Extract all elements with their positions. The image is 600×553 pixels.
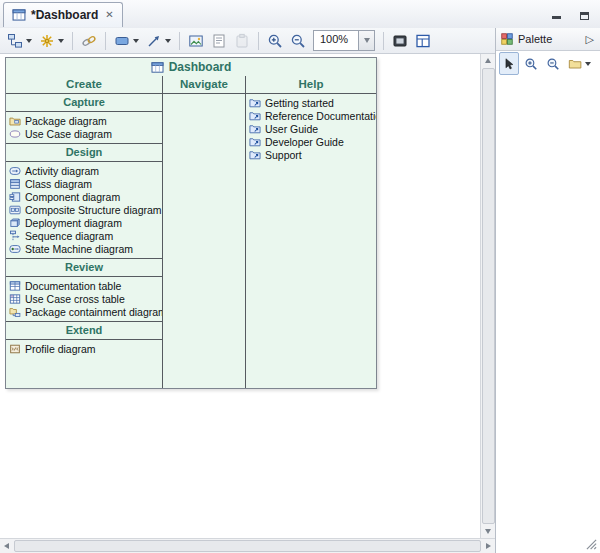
column-header-navigate: Navigate	[163, 76, 245, 94]
documentation-table-icon	[9, 280, 21, 292]
link-button[interactable]	[78, 30, 100, 52]
dashboard-item[interactable]: Deployment diagram	[6, 216, 162, 229]
dashboard-item[interactable]: Sequence diagram	[6, 229, 162, 242]
scroll-down-button[interactable]	[482, 525, 495, 538]
link-icon	[81, 33, 97, 49]
diagram-canvas[interactable]: Dashboard CreateCapturePackage diagramUs…	[0, 54, 480, 538]
insert-image-button[interactable]	[185, 30, 207, 52]
dashboard-item-label: Component diagram	[25, 191, 120, 203]
maximize-button[interactable]	[576, 6, 592, 22]
new-element-button[interactable]	[36, 30, 67, 52]
use-case-diagram-icon	[9, 128, 21, 140]
scroll-right-button[interactable]	[482, 540, 495, 553]
dashboard-panel-title: Dashboard	[6, 58, 376, 76]
add-note-button[interactable]	[208, 30, 230, 52]
toolbar-separator	[383, 32, 384, 50]
dashboard-section: ExtendProfile diagram	[6, 321, 162, 358]
dashboard-title-label: Dashboard	[169, 60, 232, 74]
deployment-diagram-icon	[9, 217, 21, 229]
palette-header[interactable]: Palette ▷	[496, 28, 600, 51]
zoom-combo-arrow-button[interactable]	[358, 31, 374, 50]
vertical-scroll-thumb[interactable]	[482, 68, 495, 524]
minimize-button[interactable]	[548, 6, 564, 22]
dashboard-item[interactable]: Developer Guide	[246, 135, 376, 148]
shape-style-button[interactable]	[111, 30, 142, 52]
palette-panel: Palette ▷	[495, 28, 600, 553]
vertical-scrollbar[interactable]	[480, 54, 495, 538]
note-icon	[211, 33, 227, 49]
dashboard-item[interactable]: Getting started	[246, 96, 376, 109]
new-element-icon	[39, 33, 55, 49]
horizontal-scroll-thumb[interactable]	[14, 540, 481, 552]
scroll-up-button[interactable]	[482, 54, 495, 67]
dashboard-item[interactable]: Package diagram	[6, 114, 162, 127]
display-mode-button[interactable]	[389, 30, 411, 52]
activity-diagram-icon	[9, 165, 21, 177]
profile-diagram-icon	[9, 343, 21, 355]
palette-collapse-icon[interactable]: ▷	[586, 33, 596, 46]
display-mode-icon	[392, 33, 408, 49]
help-folder-icon	[249, 149, 261, 161]
dashboard-item[interactable]: Class diagram	[6, 177, 162, 190]
dropdown-arrow-icon	[165, 39, 171, 43]
image-icon	[188, 33, 204, 49]
section-items: Documentation tableUse Case cross tableP…	[6, 277, 162, 321]
dashboard-item[interactable]: Activity diagram	[6, 164, 162, 177]
zoom-in-icon	[267, 33, 283, 49]
dashboard-tab-icon	[12, 8, 26, 22]
dashboard-columns: CreateCapturePackage diagramUse Case dia…	[6, 76, 376, 388]
dashboard-item[interactable]: Component diagram	[6, 190, 162, 203]
dashboard-item[interactable]: Composite Structure diagram	[6, 203, 162, 216]
zoom-level-value: 100%	[314, 31, 358, 50]
scroll-right-icon	[486, 543, 491, 549]
toolbar-separator	[105, 32, 106, 50]
help-folder-icon	[249, 123, 261, 135]
toolbar-separator	[72, 32, 73, 50]
resize-grip-icon[interactable]	[586, 539, 597, 550]
dashboard-item[interactable]: Package containment diagram	[6, 305, 162, 318]
palette-toolbar	[496, 51, 600, 76]
dashboard-icon	[151, 61, 164, 74]
toolbar-separator	[258, 32, 259, 50]
zoom-out-icon	[546, 57, 560, 71]
section-header: Capture	[6, 94, 162, 112]
editor-tab-bar: *Dashboard ✕	[0, 0, 600, 29]
use-case-cross-table-icon	[9, 293, 21, 305]
dashboard-section: DesignActivity diagramClass diagramCompo…	[6, 143, 162, 258]
diagram-views-button[interactable]	[412, 30, 434, 52]
dashboard-item[interactable]: State Machine diagram	[6, 242, 162, 255]
dashboard-section: ReviewDocumentation tableUse Case cross …	[6, 258, 162, 321]
scroll-left-button[interactable]	[0, 540, 13, 553]
zoom-in-icon	[524, 57, 538, 71]
new-diagram-button[interactable]	[4, 30, 35, 52]
palette-zoom-in-tool[interactable]	[521, 52, 541, 75]
dashboard-item-label: User Guide	[265, 123, 318, 135]
help-folder-icon	[249, 136, 261, 148]
tab-close-icon[interactable]: ✕	[105, 10, 113, 20]
zoom-level-combo[interactable]: 100%	[313, 30, 375, 51]
dashboard-item[interactable]: Use Case cross table	[6, 292, 162, 305]
dashboard-item[interactable]: Use Case diagram	[6, 127, 162, 140]
zoom-in-button[interactable]	[264, 30, 286, 52]
toolbar-separator	[179, 32, 180, 50]
line-style-button[interactable]	[143, 30, 174, 52]
dropdown-arrow-icon	[133, 39, 139, 43]
palette-pointer-tool[interactable]	[596, 52, 600, 75]
dashboard-item-label: Class diagram	[25, 178, 92, 190]
dashboard-item[interactable]: Support	[246, 148, 376, 161]
class-diagram-icon	[9, 178, 21, 190]
palette-zoom-out-tool[interactable]	[543, 52, 563, 75]
horizontal-scrollbar[interactable]	[0, 538, 495, 553]
tab-dashboard[interactable]: *Dashboard ✕	[3, 2, 123, 27]
dashboard-item[interactable]: User Guide	[246, 122, 376, 135]
palette-select-tool[interactable]	[499, 52, 519, 75]
dashboard-item-label: Support	[265, 149, 302, 161]
dashboard-item[interactable]: Documentation table	[6, 279, 162, 292]
palette-note-tool[interactable]	[565, 52, 594, 75]
dashboard-item[interactable]: Reference Documentation	[246, 109, 376, 122]
paste-button[interactable]	[231, 30, 253, 52]
zoom-out-button[interactable]	[287, 30, 309, 52]
dashboard-item[interactable]: Profile diagram	[6, 342, 162, 355]
maximize-icon	[580, 12, 589, 20]
composite-structure-diagram-icon	[9, 204, 21, 216]
